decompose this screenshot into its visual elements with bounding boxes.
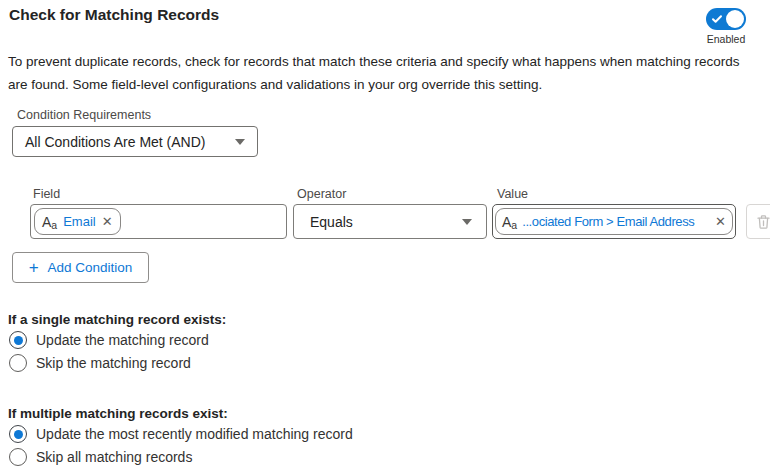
chevron-down-icon (462, 219, 472, 225)
radio-skip-matching-record[interactable]: Skip the matching record (9, 354, 191, 372)
radio-update-matching-record[interactable]: Update the matching record (9, 331, 209, 349)
value-label: Value (497, 187, 528, 201)
single-match-heading: If a single matching record exists: (8, 312, 226, 327)
radio-button[interactable] (9, 331, 27, 349)
trash-icon (756, 214, 770, 230)
matching-records-panel: Check for Matching Records Enabled To pr… (0, 0, 770, 467)
plus-icon: + (29, 259, 39, 276)
text-type-icon: Aa (42, 215, 57, 229)
field-input[interactable]: Aa Email ✕ (30, 204, 287, 239)
field-pill[interactable]: Aa Email ✕ (34, 208, 121, 235)
value-pill-text: ...ociated Form > Email Address (522, 214, 710, 229)
toggle-knob (726, 10, 744, 28)
toggle-state-label: Enabled (701, 33, 751, 45)
add-condition-button[interactable]: + Add Condition (12, 252, 149, 283)
chevron-down-icon (235, 139, 245, 145)
operator-select[interactable]: Equals (293, 204, 487, 239)
add-condition-label: Add Condition (48, 260, 133, 275)
delete-condition-button[interactable] (746, 204, 770, 239)
page-title: Check for Matching Records (9, 6, 219, 24)
field-pill-text: Email (63, 214, 96, 229)
multiple-match-heading: If multiple matching records exist: (8, 406, 228, 421)
radio-button[interactable] (9, 448, 27, 466)
radio-button[interactable] (9, 354, 27, 372)
condition-requirements-select[interactable]: All Conditions Are Met (AND) (12, 126, 258, 157)
enabled-toggle[interactable] (706, 8, 746, 30)
remove-icon[interactable]: ✕ (715, 215, 726, 228)
remove-icon[interactable]: ✕ (102, 215, 113, 228)
field-label: Field (33, 187, 60, 201)
value-input[interactable]: Aa ...ociated Form > Email Address ✕ (492, 204, 736, 239)
operator-value: Equals (310, 214, 462, 230)
checkmark-icon (711, 13, 723, 25)
value-pill[interactable]: Aa ...ociated Form > Email Address ✕ (495, 208, 733, 235)
operator-label: Operator (297, 187, 346, 201)
radio-skip-all[interactable]: Skip all matching records (9, 448, 192, 466)
condition-requirements-label: Condition Requirements (17, 108, 151, 122)
condition-requirements-value: All Conditions Are Met (AND) (25, 134, 235, 150)
text-type-icon: Aa (502, 215, 517, 229)
radio-button[interactable] (9, 425, 27, 443)
radio-update-most-recent[interactable]: Update the most recently modified matchi… (9, 425, 353, 443)
description-text: To prevent duplicate records, check for … (8, 51, 750, 96)
